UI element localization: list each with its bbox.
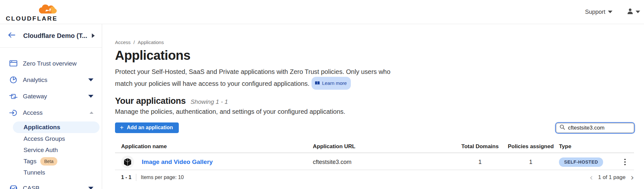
sidebar-item-analytics[interactable]: Analytics bbox=[0, 72, 102, 88]
overview-window-icon bbox=[9, 60, 17, 67]
book-icon bbox=[315, 81, 320, 85]
footer-left: 1 - 1 Items per page: 10 bbox=[121, 174, 184, 181]
chevron-down-icon bbox=[636, 11, 640, 13]
analytics-pie-icon bbox=[9, 76, 17, 84]
account-name: Cloudflare Demo (T... bbox=[23, 32, 87, 40]
subnav-item-label: Access Groups bbox=[24, 135, 65, 142]
sidebar-item-label: Gateway bbox=[23, 93, 47, 100]
type-badge: SELF-HOSTED bbox=[559, 158, 603, 167]
breadcrumb-separator: / bbox=[133, 40, 135, 45]
sidebar-item-casb[interactable]: CASB bbox=[0, 180, 102, 189]
item-range: 1 - 1 bbox=[121, 175, 131, 180]
application-cube-icon bbox=[121, 156, 134, 168]
sidebar: Cloudflare Demo (T... Zero Trust overvie… bbox=[0, 24, 102, 189]
sidebar-item-label: Analytics bbox=[23, 76, 47, 84]
casb-check-icon bbox=[9, 185, 17, 189]
sidebar-item-tags[interactable]: Tags Beta bbox=[0, 156, 102, 167]
search-icon bbox=[560, 124, 565, 131]
row-actions-kebab-icon[interactable] bbox=[623, 158, 627, 166]
application-name-cell: Image and Video Gallery bbox=[121, 156, 313, 168]
sidebar-item-zero-trust-overview[interactable]: Zero Trust overview bbox=[0, 55, 102, 72]
sidebar-item-service-auth[interactable]: Service Auth bbox=[0, 144, 102, 156]
top-bar: CLOUDFLARE Support bbox=[0, 0, 644, 24]
showing-count: Showing 1 - 1 bbox=[190, 98, 228, 105]
subnav-item-label: Applications bbox=[24, 124, 60, 131]
items-per-page: Items per page: 10 bbox=[141, 175, 184, 180]
expand-right-icon[interactable] bbox=[92, 33, 95, 38]
table-header-row: Application name Application URL Total D… bbox=[115, 141, 634, 153]
sidebar-item-gateway[interactable]: Gateway bbox=[0, 88, 102, 104]
actions-row: + Add an application bbox=[115, 122, 634, 133]
chevron-down-icon bbox=[608, 11, 612, 13]
subnav-item-label: Service Auth bbox=[24, 147, 58, 154]
add-application-label: Add an application bbox=[127, 125, 173, 130]
main-content: Access / Applications Applications Prote… bbox=[102, 24, 644, 189]
application-url-cell: cftestsite3.com bbox=[313, 159, 457, 166]
section-title: Your applications bbox=[115, 96, 186, 106]
applications-table: Application name Application URL Total D… bbox=[115, 141, 634, 170]
sidebar-item-access[interactable]: Access bbox=[0, 104, 102, 121]
policies-assigned-cell: 1 bbox=[503, 159, 559, 166]
column-header-application-name: Application name bbox=[121, 143, 313, 150]
support-label: Support bbox=[585, 9, 605, 15]
cloudflare-logo-text: CLOUDFLARE bbox=[6, 16, 58, 22]
sidebar-nav: Zero Trust overview Analytics bbox=[0, 48, 102, 189]
plus-icon: + bbox=[120, 125, 124, 130]
cloudflare-logo[interactable]: CLOUDFLARE bbox=[6, 4, 58, 22]
top-bar-right: Support bbox=[585, 8, 641, 16]
section-head: Your applications Showing 1 - 1 bbox=[115, 96, 634, 106]
gateway-icon bbox=[9, 93, 17, 100]
breadcrumb-access[interactable]: Access bbox=[115, 40, 130, 45]
column-header-type: Type bbox=[559, 143, 612, 150]
chevron-down-icon bbox=[88, 95, 93, 98]
type-cell: SELF-HOSTED bbox=[559, 158, 612, 167]
sidebar-item-applications[interactable]: Applications bbox=[13, 122, 100, 133]
search-input[interactable] bbox=[568, 125, 630, 131]
breadcrumb: Access / Applications bbox=[115, 40, 634, 45]
sidebar-item-label: CASB bbox=[23, 185, 40, 189]
learn-more-label: Learn more bbox=[322, 78, 347, 88]
learn-more-badge[interactable]: Learn more bbox=[312, 77, 351, 90]
subnav-item-label: Tunnels bbox=[24, 169, 45, 176]
section-subtext: Manage the policies, authentication, and… bbox=[115, 108, 634, 115]
user-icon bbox=[627, 8, 634, 16]
account-switcher[interactable]: Cloudflare Demo (T... bbox=[0, 24, 102, 48]
sidebar-item-label: Access bbox=[23, 109, 43, 116]
previous-page-chevron-icon[interactable]: ‹ bbox=[590, 174, 593, 181]
column-header-total-domains: Total Domains bbox=[457, 143, 503, 150]
table-row: Image and Video Gallery cftestsite3.com … bbox=[115, 153, 634, 170]
access-subnav: Applications Access Groups Service Auth … bbox=[0, 121, 102, 180]
chevron-up-icon bbox=[90, 112, 93, 114]
sidebar-item-label: Zero Trust overview bbox=[23, 60, 77, 67]
pagination: ‹ 1 of 1 page › bbox=[590, 174, 634, 181]
chevron-down-icon bbox=[88, 78, 93, 81]
chevron-down-icon bbox=[88, 187, 93, 189]
table-footer: 1 - 1 Items per page: 10 ‹ 1 of 1 page › bbox=[115, 174, 634, 181]
cloudflare-dashboard: CLOUDFLARE Support bbox=[0, 0, 644, 189]
page-title: Applications bbox=[115, 48, 634, 63]
user-menu[interactable] bbox=[627, 8, 640, 16]
breadcrumb-applications[interactable]: Applications bbox=[138, 40, 164, 45]
cloudflare-cloud-icon bbox=[36, 4, 58, 16]
subnav-item-label: Tags bbox=[24, 158, 36, 165]
total-domains-cell: 1 bbox=[457, 159, 503, 166]
divider bbox=[136, 174, 136, 181]
search-box[interactable] bbox=[556, 123, 634, 133]
beta-badge: Beta bbox=[40, 157, 57, 166]
column-header-policies-assigned: Policies assigned bbox=[503, 143, 559, 150]
page-status: 1 of 1 page bbox=[598, 174, 626, 181]
sidebar-item-tunnels[interactable]: Tunnels bbox=[0, 167, 102, 178]
next-page-chevron-icon[interactable]: › bbox=[631, 174, 634, 181]
add-application-button[interactable]: + Add an application bbox=[115, 122, 179, 133]
back-arrow-icon[interactable] bbox=[8, 32, 15, 40]
application-name-link[interactable]: Image and Video Gallery bbox=[142, 158, 213, 166]
support-menu[interactable]: Support bbox=[585, 9, 612, 15]
access-login-icon bbox=[9, 109, 17, 116]
page-intro: Protect your Self-Hosted, SaaS and Priva… bbox=[115, 67, 395, 90]
sidebar-item-access-groups[interactable]: Access Groups bbox=[0, 133, 102, 144]
column-header-application-url: Application URL bbox=[313, 143, 457, 150]
